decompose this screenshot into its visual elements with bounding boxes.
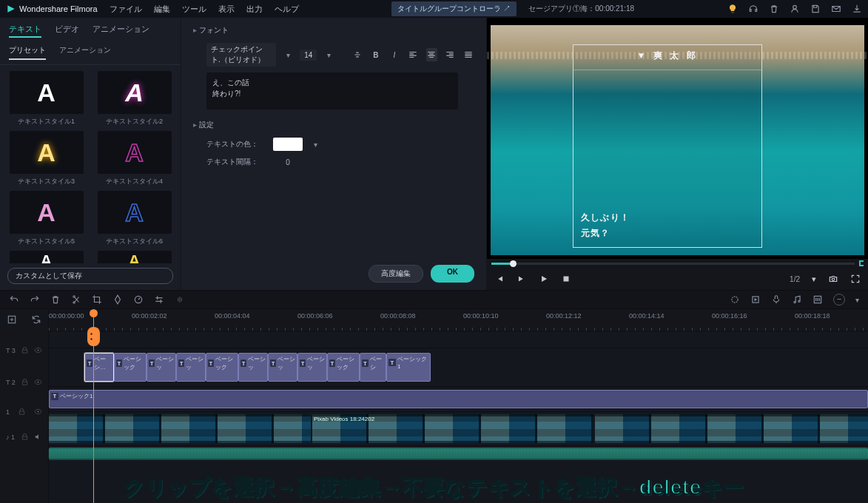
chevron-down-icon[interactable]: ▾ — [324, 50, 333, 60]
menu-編集[interactable]: 編集 — [154, 4, 170, 15]
text-content-area[interactable]: え、この話 終わり?! — [206, 72, 458, 109]
track-sync-icon[interactable] — [31, 314, 41, 326]
text-spacing-value[interactable]: 0 — [273, 158, 303, 166]
chevron-down-icon[interactable]: ▾ — [812, 274, 816, 284]
headphones-icon[interactable] — [748, 4, 758, 14]
text-style-thumb[interactable]: Aテキストスタイル6 — [94, 191, 175, 246]
subtab-アニメーション[interactable]: アニメーション — [59, 45, 111, 60]
text-clip[interactable]: Tベーシッ — [268, 353, 297, 382]
align-justify-button[interactable] — [463, 48, 474, 61]
align-right-button[interactable] — [445, 48, 456, 61]
tab-アニメーション[interactable]: アニメーション — [92, 24, 149, 38]
menu-ヘルプ[interactable]: ヘルプ — [275, 4, 299, 15]
video-clip[interactable] — [49, 414, 311, 443]
text-style-thumb[interactable]: A — [94, 251, 175, 263]
track-t3[interactable]: Tベーシ…TベーシックTベーシッTベーシッTベーシックTベーシッTベーシッTベー… — [49, 348, 868, 386]
chevron-down-icon[interactable]: ▾ — [310, 139, 320, 149]
marker-button[interactable] — [112, 294, 123, 305]
audio-wave-icon[interactable] — [175, 294, 185, 305]
mixer-icon[interactable] — [813, 294, 823, 305]
next-frame-button[interactable] — [517, 274, 527, 284]
strikethrough-button[interactable] — [351, 48, 363, 61]
text-style-thumb[interactable]: A — [6, 251, 87, 263]
redo-button[interactable] — [30, 294, 40, 305]
chevron-down-icon[interactable]: ▾ — [283, 50, 292, 60]
save-icon[interactable] — [810, 4, 821, 14]
text-clip[interactable]: Tベーシッ — [297, 353, 327, 382]
render-icon[interactable] — [750, 294, 761, 305]
settings-section-header[interactable]: 設定 — [193, 120, 474, 130]
text-style-thumb[interactable]: Aテキストスタイル4 — [94, 131, 175, 186]
text-clip[interactable]: Tベーシッ — [176, 353, 206, 382]
zoom-out-button[interactable]: − — [833, 294, 845, 305]
track-add-icon[interactable] — [7, 314, 17, 326]
font-size-select[interactable]: 14 — [300, 50, 317, 61]
text-clip[interactable]: Tベーシック1 — [386, 353, 431, 382]
tab-ビデオ[interactable]: ビデオ — [55, 24, 79, 38]
menu-ファイル[interactable]: ファイル — [110, 4, 142, 15]
subtab-プリセット[interactable]: プリセット — [9, 45, 46, 60]
ok-button[interactable]: OK — [431, 265, 474, 283]
text-clip[interactable]: Tベーシッ — [238, 353, 268, 382]
menu-表示[interactable]: 表示 — [218, 4, 235, 15]
text-clip[interactable]: Tベーシック — [114, 353, 147, 382]
track-header-t2[interactable]: T 2 — [0, 370, 48, 395]
timeline-body[interactable]: 00:00:00:0000:00:02:0200:00:04:0400:00:0… — [49, 309, 868, 503]
align-center-button[interactable] — [426, 48, 437, 61]
text-style-thumb[interactable]: Aテキストスタイル3 — [6, 131, 87, 186]
music-icon[interactable] — [792, 294, 802, 305]
time-ruler[interactable]: 00:00:00:0000:00:02:0200:00:04:0400:00:0… — [49, 309, 868, 331]
preview-seekbar[interactable] — [487, 259, 868, 268]
text-clip[interactable]: Tベーシ — [360, 353, 386, 382]
text-color-swatch[interactable] — [273, 138, 303, 151]
split-button[interactable] — [71, 294, 81, 305]
video-clip[interactable] — [595, 414, 868, 443]
track-a1[interactable] — [49, 445, 868, 462]
delete-button[interactable] — [50, 294, 61, 305]
play-button[interactable] — [539, 274, 549, 284]
prev-frame-button[interactable] — [494, 274, 505, 284]
user-icon[interactable] — [790, 4, 800, 14]
text-clip[interactable]: Tベーシッ — [147, 353, 176, 382]
audio-clip[interactable] — [49, 448, 868, 460]
font-section-header[interactable]: フォント — [193, 25, 474, 36]
snapshot-icon[interactable] — [828, 274, 838, 284]
advanced-edit-button[interactable]: 高度編集 — [369, 265, 423, 283]
color-wheel-icon[interactable] — [730, 294, 740, 305]
save-preset-button[interactable]: カスタムとして保存 — [7, 268, 173, 284]
undo-button[interactable] — [9, 294, 19, 305]
speed-button[interactable] — [133, 294, 144, 305]
download-icon[interactable] — [852, 4, 862, 14]
playhead[interactable] — [93, 309, 94, 503]
align-left-button[interactable] — [407, 48, 418, 61]
text-clip[interactable]: Tベーシック1 — [49, 390, 868, 408]
lightbulb-icon[interactable] — [727, 4, 738, 14]
title-group-chip[interactable]: タイトルグループコントローラ ↗ — [391, 1, 517, 16]
fullscreen-icon[interactable] — [850, 274, 861, 284]
text-clip[interactable]: Tベーシ… — [84, 353, 114, 382]
track-t1[interactable]: Pixab Videos 18:24202 — [49, 411, 868, 445]
track-header-t3[interactable]: T 3 — [0, 331, 48, 370]
font-family-select[interactable]: チェックポイント.（ピリオド） — [206, 43, 276, 67]
scissors-icon[interactable] — [87, 327, 100, 346]
text-clip[interactable]: Tベーシック — [206, 353, 238, 382]
mic-icon[interactable] — [771, 294, 781, 305]
italic-button[interactable]: I — [388, 48, 400, 61]
zoom-in-button[interactable]: ▾ — [855, 296, 859, 304]
text-style-thumb[interactable]: Aテキストスタイル1 — [6, 71, 87, 126]
trash-icon[interactable] — [769, 4, 779, 14]
stop-button[interactable] — [561, 274, 571, 284]
menu-出力[interactable]: 出力 — [246, 4, 263, 15]
settings-icon[interactable] — [154, 294, 164, 305]
track-header-t1[interactable]: 1 — [0, 395, 48, 429]
preview-canvas[interactable]: ▼ 爽 太 郎 久しぶり！ 元気？ — [487, 18, 868, 259]
crop-button[interactable] — [92, 294, 102, 305]
bold-button[interactable]: B — [370, 48, 381, 61]
track-header-a1[interactable]: ♪ 1 — [0, 429, 48, 445]
tab-テキスト[interactable]: テキスト — [9, 24, 41, 38]
text-style-thumb[interactable]: Aテキストスタイル5 — [6, 191, 87, 246]
menu-ツール[interactable]: ツール — [182, 4, 206, 15]
text-clip[interactable]: Tベーシック — [327, 353, 360, 382]
track-t2[interactable]: Tベーシック1 — [49, 386, 868, 411]
mail-icon[interactable] — [831, 4, 841, 14]
